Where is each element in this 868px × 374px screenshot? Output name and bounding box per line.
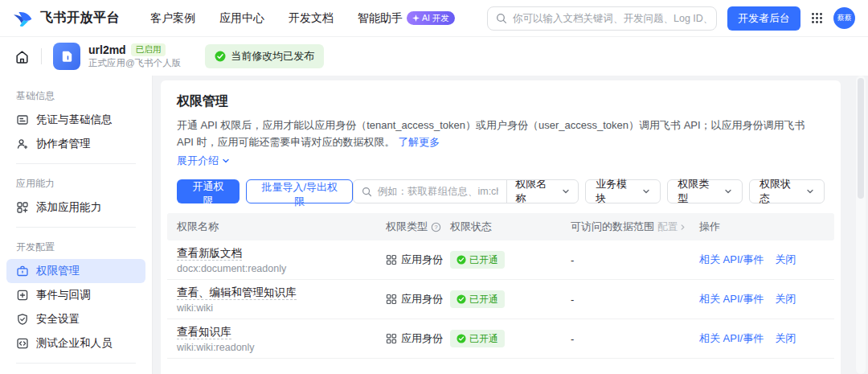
col-data-scope: 可访问的数据范围 配置	[571, 220, 699, 234]
operations-cell: 相关 API/事件 关闭	[699, 292, 825, 306]
nav-item-ai-assistant[interactable]: 智能助手 AI 开发	[358, 11, 455, 26]
app-icon[interactable]	[53, 43, 80, 70]
credential-icon	[16, 113, 29, 126]
data-scope-cell: -	[571, 294, 699, 306]
brand-title: 飞书开放平台	[40, 10, 120, 27]
col-permission-status: 权限状态	[450, 220, 571, 234]
batch-import-export-button[interactable]: 批量导入/导出权限	[246, 179, 354, 203]
divider	[41, 48, 42, 64]
app-identity-icon	[386, 294, 397, 305]
search-icon	[362, 187, 372, 197]
related-api-link[interactable]: 相关 API/事件	[699, 331, 764, 346]
scrollbar[interactable]	[856, 76, 866, 374]
nav-item-dev-docs[interactable]: 开发文档	[289, 11, 334, 26]
sidebar-item-collaborators[interactable]: 协作者管理	[6, 132, 145, 156]
table-row: 查看新版文档 docx:document:readonly 应用身份	[167, 240, 834, 280]
sidebar-item-label: 事件与回调	[36, 288, 91, 302]
sidebar-item-label: 协作者管理	[36, 137, 91, 151]
filter-permission-type[interactable]: 权限类型	[667, 179, 743, 203]
permission-icon	[16, 265, 29, 277]
open-permission-button[interactable]: 开通权限	[177, 179, 240, 203]
sidebar: 基础信息 凭证与基础信息 协作者管理 应用能力	[0, 76, 153, 374]
col-permission-type: 权限类型 ?	[386, 220, 450, 234]
search-icon	[496, 13, 507, 24]
permission-name-cell: 查看知识库 wiki:wiki:readonly	[177, 325, 386, 353]
global-search-input[interactable]	[513, 13, 708, 24]
chevron-down-icon	[642, 187, 650, 195]
app-launcher-grid-icon[interactable]	[811, 12, 823, 24]
nav-item-customer-cases[interactable]: 客户案例	[150, 11, 195, 26]
page-description: 开通 API 权限后，应用才能以应用身份（tenant_access_token…	[177, 117, 825, 150]
permission-status-cell: 已开通	[450, 251, 571, 269]
sidebar-item-test-org[interactable]: 测试企业和人员	[6, 331, 145, 356]
ai-dev-badge: AI 开发	[407, 11, 455, 25]
close-permission-link[interactable]: 关闭	[775, 331, 796, 346]
app-subtitle: 正式应用@飞书个人版	[88, 57, 181, 69]
divider	[16, 163, 136, 164]
operations-cell: 相关 API/事件 关闭	[699, 253, 825, 267]
global-search-box[interactable]	[487, 6, 717, 31]
code-brackets-icon	[16, 337, 29, 350]
permission-name-cell: 查看新版文档 docx:document:readonly	[177, 246, 386, 274]
check-circle-icon	[457, 255, 466, 265]
app-identity-icon	[386, 254, 397, 265]
learn-more-link[interactable]: 了解更多	[398, 136, 440, 148]
svg-text:?: ?	[434, 223, 437, 230]
nav-menu: 客户案例 应用中心 开发文档 智能助手 AI 开发	[150, 11, 455, 26]
shield-icon	[16, 313, 29, 326]
chevron-right-icon	[679, 224, 686, 231]
permission-name-cell: 查看、编辑和管理知识库 wiki:wiki	[177, 286, 386, 314]
page-title: 权限管理	[177, 93, 825, 110]
sidebar-item-security[interactable]: 安全设置	[6, 307, 145, 331]
col-permission-name: 权限名称	[177, 220, 386, 234]
filter-field-select[interactable]: 权限名称	[507, 179, 578, 203]
data-scope-cell: -	[571, 254, 699, 266]
home-icon[interactable]	[14, 49, 30, 64]
permission-type-cell: 应用身份	[386, 292, 450, 306]
status-badge: 已开通	[450, 330, 505, 347]
sidebar-item-label: 添加应用能力	[36, 200, 101, 215]
sidebar-item-events[interactable]: 事件与回调	[6, 283, 145, 307]
app-meta: url2md 已启用 正式应用@飞书个人版	[88, 43, 181, 69]
close-permission-link[interactable]: 关闭	[775, 292, 796, 306]
filter-business-module[interactable]: 业务模块	[585, 179, 661, 203]
chevron-down-icon	[222, 157, 230, 165]
permission-type-cell: 应用身份	[386, 253, 450, 267]
status-badge: 已开通	[450, 251, 505, 269]
close-permission-link[interactable]: 关闭	[775, 253, 796, 267]
check-circle-icon	[215, 51, 226, 62]
user-avatar[interactable]: 蔡蔡	[833, 7, 855, 29]
expand-intro[interactable]: 展开介绍	[177, 154, 825, 168]
developer-console-button[interactable]: 开发者后台	[727, 6, 800, 31]
scope-config-link[interactable]: 配置	[657, 220, 686, 234]
related-api-link[interactable]: 相关 API/事件	[699, 253, 764, 267]
related-api-link[interactable]: 相关 API/事件	[699, 292, 764, 306]
sidebar-item-add-capability[interactable]: 添加应用能力	[6, 195, 145, 220]
permission-table: 权限名称 权限类型 ? 权限状态 可访问的数据范围 配置	[167, 213, 834, 359]
main-area: 权限管理 开通 API 权限后，应用才能以应用身份（tenant_access_…	[153, 76, 868, 374]
col-operations: 操作	[699, 220, 825, 234]
permission-status-cell: 已开通	[450, 330, 571, 347]
filter-permission-status[interactable]: 权限状态	[749, 179, 825, 203]
divider	[16, 363, 136, 364]
sidebar-item-permissions[interactable]: 权限管理	[6, 259, 145, 283]
brand[interactable]: 飞书开放平台	[13, 10, 120, 27]
collaborator-icon	[16, 138, 29, 150]
divider	[16, 227, 136, 228]
check-circle-icon	[457, 334, 466, 343]
info-icon[interactable]: ?	[431, 222, 441, 232]
nav-item-app-center[interactable]: 应用中心	[219, 11, 264, 26]
publish-status-badge: 当前修改均已发布	[205, 44, 324, 68]
permission-type-cell: 应用身份	[386, 331, 450, 346]
sidebar-item-credentials[interactable]: 凭证与基础信息	[6, 108, 145, 132]
topnav-right: 开发者后台 蔡蔡	[487, 6, 855, 31]
sidebar-section-basic-info: 基础信息	[6, 84, 145, 108]
scrollbar-thumb[interactable]	[858, 78, 864, 199]
feishu-logo-icon	[13, 10, 34, 27]
app-identity-icon	[386, 333, 397, 344]
chevron-down-icon	[806, 187, 814, 195]
sidebar-section-dev-config: 开发配置	[6, 235, 145, 259]
permission-card: 权限管理 开通 API 权限后，应用才能以应用身份（tenant_access_…	[161, 80, 841, 374]
permission-search-input[interactable]	[377, 186, 498, 197]
table-header: 权限名称 权限类型 ? 权限状态 可访问的数据范围 配置	[167, 213, 834, 240]
